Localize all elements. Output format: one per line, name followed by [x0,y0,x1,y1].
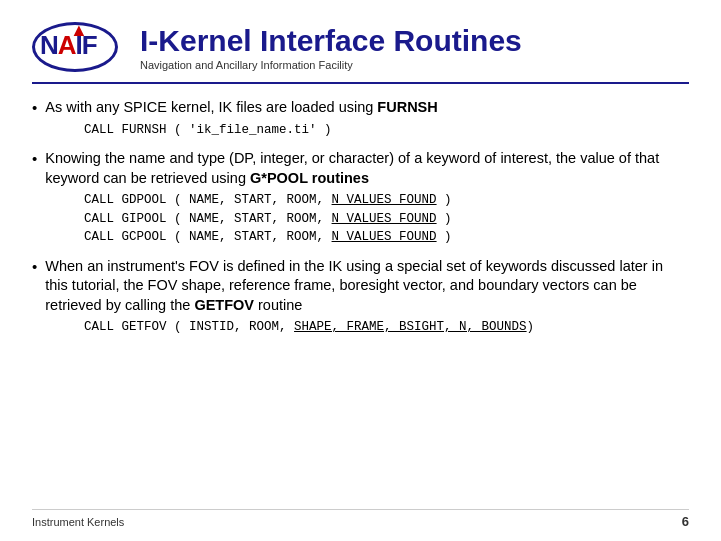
code-line-3-1: CALL GETFOV ( INSTID, ROOM, SHAPE, FRAME… [84,319,689,337]
bullet-section-3: • When an instrument's FOV is defined in… [32,257,689,337]
page: NAIF ▲ I-Kernel Interface Routines Navig… [0,0,721,541]
logo-arrow-icon: ▲ [70,20,88,41]
footer-page-number: 6 [682,514,689,529]
bullet-section-1: • As with any SPICE kernel, IK files are… [32,98,689,139]
bullet-point-3: • When an instrument's FOV is defined in… [32,257,689,316]
code-block-3: CALL GETFOV ( INSTID, ROOM, SHAPE, FRAME… [32,319,689,337]
bullet-text-3: When an instrument's FOV is defined in t… [45,257,689,316]
bullet-text-1: As with any SPICE kernel, IK files are l… [45,98,437,118]
bullet-text-2: Knowing the name and type (DP, integer, … [45,149,689,188]
footer-label: Instrument Kernels [32,516,124,528]
bullet-dot-2: • [32,150,37,167]
footer: Instrument Kernels 6 [32,509,689,529]
bullet-point-1: • As with any SPICE kernel, IK files are… [32,98,689,118]
bullet-point-2: • Knowing the name and type (DP, integer… [32,149,689,188]
code-line-1-1: CALL FURNSH ( 'ik_file_name.ti' ) [84,122,689,140]
header: NAIF ▲ I-Kernel Interface Routines Navig… [32,18,689,84]
code-block-1: CALL FURNSH ( 'ik_file_name.ti' ) [32,122,689,140]
header-subtitle: Navigation and Ancillary Information Fac… [140,59,522,71]
logo: NAIF ▲ [32,18,122,76]
bullet-section-2: • Knowing the name and type (DP, integer… [32,149,689,247]
code-line-2-3: CALL GCPOOL ( NAME, START, ROOM, N_VALUE… [84,229,689,247]
bullet-dot-3: • [32,258,37,275]
code-line-2-2: CALL GIPOOL ( NAME, START, ROOM, N_VALUE… [84,211,689,229]
bullet-dot-1: • [32,99,37,116]
code-line-2-1: CALL GDPOOL ( NAME, START, ROOM, N_VALUE… [84,192,689,210]
header-title-block: I-Kernel Interface Routines Navigation a… [140,24,522,71]
code-block-2: CALL GDPOOL ( NAME, START, ROOM, N_VALUE… [32,192,689,247]
content: • As with any SPICE kernel, IK files are… [32,88,689,509]
logo-naif-text: NAIF [40,30,97,61]
page-title: I-Kernel Interface Routines [140,24,522,57]
